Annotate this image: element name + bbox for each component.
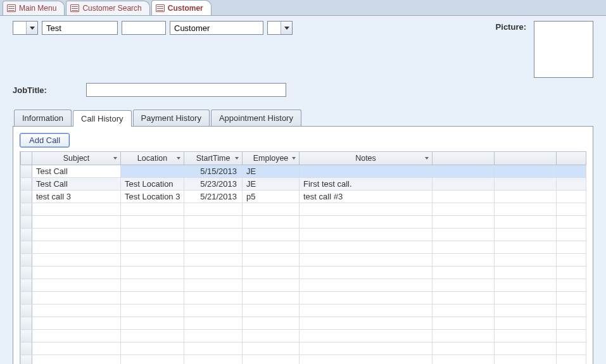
cell-location[interactable] bbox=[121, 165, 184, 178]
cell-subject[interactable]: Test Call bbox=[32, 165, 121, 178]
cell-starttime[interactable]: 5/15/2013 bbox=[184, 165, 243, 178]
cell-notes[interactable]: First test call. bbox=[300, 178, 432, 191]
doc-tab-main-menu[interactable]: Main Menu bbox=[3, 1, 65, 15]
cell-starttime[interactable]: 5/21/2013 bbox=[184, 191, 243, 203]
sub-tabs: Information Call History Payment History… bbox=[13, 110, 593, 126]
sub-panel: Add Call bbox=[13, 126, 593, 364]
customer-header-row: Picture: bbox=[13, 21, 593, 78]
col-employee[interactable]: Employee bbox=[243, 152, 300, 165]
empty-row[interactable] bbox=[21, 279, 586, 292]
cell-starttime[interactable]: 5/23/2013 bbox=[184, 178, 243, 191]
middle-name-field[interactable] bbox=[122, 21, 166, 35]
empty-row[interactable] bbox=[21, 342, 586, 355]
form-icon bbox=[7, 4, 16, 12]
empty-row[interactable] bbox=[21, 267, 586, 279]
last-name-field[interactable] bbox=[170, 21, 263, 35]
add-call-button[interactable]: Add Call bbox=[20, 133, 70, 147]
suffix-combo[interactable] bbox=[267, 21, 293, 35]
doc-tab-label: Customer bbox=[168, 4, 203, 13]
col-notes[interactable]: Notes bbox=[300, 152, 432, 165]
chevron-down-icon[interactable] bbox=[113, 157, 117, 160]
table-row[interactable]: test call 3 Test Location 3 5/21/2013 p5… bbox=[21, 191, 586, 203]
cell-location[interactable]: Test Location 3 bbox=[121, 191, 184, 203]
doc-tab-customer[interactable]: Customer bbox=[151, 0, 211, 15]
header-row: Subject Location StartTime Employee Note… bbox=[21, 152, 586, 165]
jobtitle-row: JobTitle: bbox=[13, 83, 593, 97]
row-selector[interactable] bbox=[21, 178, 32, 191]
col-blank[interactable] bbox=[557, 152, 586, 165]
tab-information[interactable]: Information bbox=[14, 110, 72, 126]
row-selector[interactable] bbox=[21, 165, 32, 178]
cell-employee[interactable]: JE bbox=[243, 178, 300, 191]
jobtitle-field[interactable] bbox=[86, 83, 286, 97]
tab-call-history[interactable]: Call History bbox=[73, 110, 131, 127]
first-name-field[interactable] bbox=[42, 21, 118, 35]
col-location[interactable]: Location bbox=[121, 152, 184, 165]
empty-row[interactable] bbox=[21, 317, 586, 330]
chevron-down-icon[interactable] bbox=[26, 22, 37, 34]
picture-box[interactable] bbox=[534, 21, 593, 78]
doc-tab-label: Main Menu bbox=[19, 4, 56, 13]
chevron-down-icon[interactable] bbox=[292, 157, 296, 160]
cell-notes[interactable] bbox=[300, 165, 432, 178]
empty-row[interactable] bbox=[21, 304, 586, 317]
table-row[interactable]: Test Call 5/15/2013 JE bbox=[21, 165, 586, 178]
form-icon bbox=[70, 4, 79, 12]
doc-tab-label: Customer Search bbox=[82, 4, 141, 13]
chevron-down-icon[interactable] bbox=[235, 157, 239, 160]
empty-row[interactable] bbox=[21, 355, 586, 365]
select-all-cell[interactable] bbox=[21, 152, 32, 165]
empty-row[interactable] bbox=[21, 241, 586, 254]
form-icon bbox=[156, 4, 165, 12]
tab-appointment-history[interactable]: Appointment History bbox=[211, 110, 301, 126]
table-row[interactable]: Test Call Test Location 5/23/2013 JE Fir… bbox=[21, 178, 586, 191]
cell-subject[interactable]: Test Call bbox=[32, 178, 121, 191]
empty-row[interactable] bbox=[21, 254, 586, 267]
empty-row[interactable] bbox=[21, 330, 586, 342]
empty-row[interactable] bbox=[21, 292, 586, 304]
empty-row[interactable] bbox=[21, 216, 586, 229]
col-starttime[interactable]: StartTime bbox=[184, 152, 243, 165]
chevron-down-icon[interactable] bbox=[425, 157, 429, 160]
tab-payment-history[interactable]: Payment History bbox=[133, 110, 210, 126]
col-subject[interactable]: Subject bbox=[32, 152, 121, 165]
sub-tab-control: Information Call History Payment History… bbox=[13, 110, 593, 364]
cell-location[interactable]: Test Location bbox=[121, 178, 184, 191]
col-blank[interactable] bbox=[432, 152, 495, 165]
cell-subject[interactable]: test call 3 bbox=[32, 191, 121, 203]
chevron-down-icon[interactable] bbox=[177, 157, 180, 160]
chevron-down-icon[interactable] bbox=[281, 22, 292, 34]
cell-employee[interactable]: p5 bbox=[243, 191, 300, 203]
doc-tab-customer-search[interactable]: Customer Search bbox=[66, 1, 149, 15]
empty-row[interactable] bbox=[21, 229, 586, 241]
row-selector[interactable] bbox=[21, 191, 32, 203]
picture-label: Picture: bbox=[496, 21, 530, 32]
jobtitle-label: JobTitle: bbox=[13, 85, 47, 95]
cell-employee[interactable]: JE bbox=[243, 165, 300, 178]
calls-datasheet: Subject Location StartTime Employee Note… bbox=[20, 151, 586, 364]
col-blank[interactable] bbox=[495, 152, 557, 165]
empty-row[interactable] bbox=[21, 203, 586, 216]
prefix-combo[interactable] bbox=[13, 21, 38, 35]
document-tabs: Main Menu Customer Search Customer bbox=[0, 0, 606, 16]
cell-notes[interactable]: test call #3 bbox=[300, 191, 432, 203]
form-area: Picture: JobTitle: Information Call Hist… bbox=[0, 16, 606, 364]
